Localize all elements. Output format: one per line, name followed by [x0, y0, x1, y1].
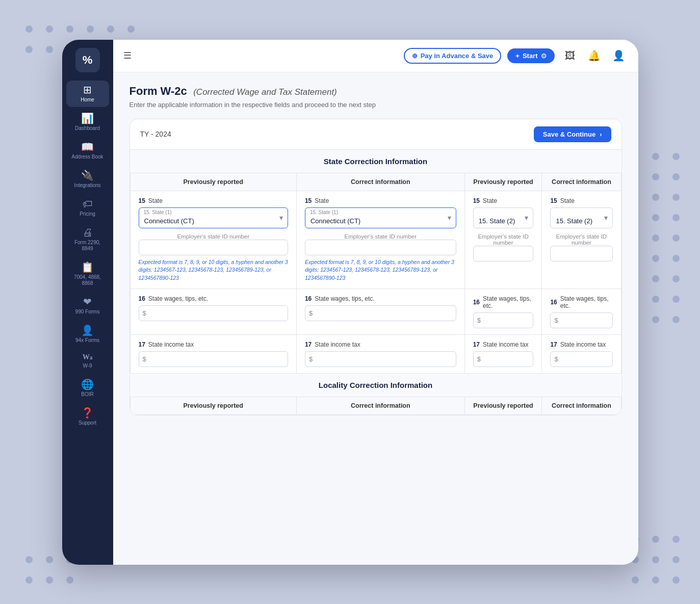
field15-prev-reported-2: 15 State 15. State (2) ▾ Employer's sta [464, 191, 542, 288]
dollar-sign-17-3: $ [477, 355, 481, 363]
state-section-header: State Correction Information [130, 150, 621, 173]
employer-state-id-input-wrapper-2 [305, 240, 456, 255]
sidebar-item-boir[interactable]: 🌐 BOIR [66, 375, 109, 402]
employer-state-id-input-1[interactable] [139, 240, 288, 255]
state-id-hint-2: Expected format is 7, 8, 9, or 10 digits… [305, 258, 456, 282]
employer-state-id-label-1: Employer's state ID number [139, 233, 288, 240]
field16-name-1: State wages, tips, etc. [148, 295, 208, 302]
sidebar-item-form2290[interactable]: 🖨 Form 2290, 8849 [66, 223, 109, 256]
form-card: TY - 2024 Save & Continue › State Correc… [129, 119, 622, 415]
state1-prev-select-label: 15. State (1) [144, 209, 172, 215]
field17-input-1[interactable] [139, 351, 288, 367]
integrations-icon: 🔌 [81, 170, 94, 180]
employer-state-id-input-2[interactable] [305, 240, 456, 255]
col-header-prev-reported-1: Previously reported [130, 173, 296, 191]
sidebar-label-support: Support [79, 420, 96, 426]
dollar-sign-3: $ [477, 317, 481, 324]
user-image-icon: 🖼 [565, 50, 575, 62]
sidebar-item-home[interactable]: ⊞ Home [66, 81, 109, 107]
locality-header-row: Locality Correction Information [130, 373, 621, 397]
field16-input-3[interactable] [473, 312, 534, 328]
field17-name-3: State income tax [483, 341, 528, 348]
sidebar-item-94x[interactable]: 👤 94x Forms [66, 321, 109, 348]
field15-num-1: 15 [139, 197, 145, 204]
field17-prev-1: 17 State income tax $ [130, 334, 296, 373]
field16-prev-1: 16 State wages, tips, etc. $ [130, 288, 296, 334]
dollar-sign-17-4: $ [554, 355, 558, 363]
field17-name-4: State income tax [560, 341, 606, 348]
locality-column-headers: Previously reported Correct information … [130, 397, 621, 414]
locality-col-header-prev-2: Previously reported [464, 397, 542, 414]
sidebar-item-w9[interactable]: W₂ W-9 [66, 350, 109, 373]
field17-prev-2: 17 State income tax $ [464, 334, 542, 373]
save-continue-button[interactable]: Save & Continue › [534, 126, 611, 142]
pay-advance-button[interactable]: ⊕ Pay in Advance & Save [404, 48, 502, 64]
start-button[interactable]: + Start ⊙ [507, 48, 554, 63]
employer-state-id-input-4[interactable] [550, 246, 612, 261]
field17-input-2[interactable] [305, 351, 456, 367]
sidebar-item-integrations[interactable]: 🔌 Integrations [66, 166, 109, 193]
field17-num-3: 17 [473, 341, 480, 348]
dollar-sign-17-2: $ [309, 355, 313, 363]
main-content: ☰ ⊕ Pay in Advance & Save + Start ⊙ 🖼 🔔 … [113, 40, 638, 565]
profile-button[interactable]: 👤 [610, 46, 628, 65]
employer-state-id-label-4: Employer's state ID number [550, 233, 612, 246]
state1-correct-select-label: 15. State (1) [310, 209, 338, 215]
sidebar-item-990forms[interactable]: ❤ 990 Forms [66, 293, 109, 319]
app-logo[interactable]: % [75, 48, 100, 72]
dollar-sign-2: $ [309, 309, 313, 317]
field17-correct-2: 17 State income tax $ [542, 334, 621, 373]
dollar-sign-17-1: $ [143, 355, 146, 363]
dollar-sign-4: $ [554, 317, 558, 324]
locality-col-header-correct-1: Correct information [296, 397, 464, 414]
state2-correct-select[interactable]: 15. State (2) [550, 207, 612, 228]
field16-input-1[interactable] [139, 305, 288, 321]
sidebar-label-990forms: 990 Forms [75, 309, 100, 315]
field16-name-3: State wages, tips, etc. [483, 295, 533, 309]
field16-input-4[interactable] [550, 312, 612, 328]
col-header-correct-info-1: Correct information [296, 173, 464, 191]
sidebar-label-address-book: Address Book [71, 154, 103, 160]
pricing-icon: 🏷 [83, 199, 93, 209]
top-navigation: ☰ ⊕ Pay in Advance & Save + Start ⊙ 🖼 🔔 … [113, 40, 638, 72]
field16-input-wrapper-2: $ [305, 305, 456, 321]
employer-state-id-input-3[interactable] [473, 246, 534, 261]
field15-name-2: State [315, 197, 329, 204]
menu-icon[interactable]: ☰ [123, 50, 132, 61]
field15-name-1: State [148, 197, 163, 204]
ty-label: TY - 2024 [140, 130, 171, 138]
field16-num-3: 16 [473, 299, 480, 306]
field15-num-3: 15 [473, 197, 480, 204]
field16-name-2: State wages, tips, etc. [315, 295, 374, 302]
sidebar: % ⊞ Home 📊 Dashboard 📖 Address Book 🔌 In… [62, 40, 113, 565]
sidebar-label-7004: 7004, 4868, 8868 [68, 274, 107, 286]
save-continue-arrow-icon: › [600, 130, 602, 138]
sidebar-item-7004[interactable]: 📋 7004, 4868, 8868 [66, 258, 109, 291]
state2-prev-select[interactable]: 15. State (2) [473, 207, 534, 228]
dollar-sign-1: $ [143, 309, 146, 317]
field17-label-2: 17 State income tax [305, 341, 456, 348]
field17-input-3[interactable] [473, 351, 534, 367]
field17-input-4[interactable] [550, 351, 612, 367]
pay-advance-label: Pay in Advance & Save [421, 52, 494, 60]
state1-correct-select-wrapper: 15. State (1) Connecticut (CT) ▾ [305, 207, 456, 228]
field16-input-2[interactable] [305, 305, 456, 321]
notification-button[interactable]: 🔔 [585, 46, 604, 65]
field17-name-1: State income tax [148, 341, 194, 348]
field16-label-1: 16 State wages, tips, etc. [139, 295, 288, 302]
user-image-button[interactable]: 🖼 [561, 46, 579, 65]
field17-num-4: 17 [550, 341, 557, 348]
field17-input-wrapper-1: $ [139, 351, 288, 367]
sidebar-item-address-book[interactable]: 📖 Address Book [66, 138, 109, 164]
w9-icon: W₂ [83, 354, 93, 361]
sidebar-item-dashboard[interactable]: 📊 Dashboard [66, 109, 109, 136]
logo-icon: % [83, 54, 93, 67]
sidebar-item-support[interactable]: ❓ Support [66, 404, 109, 430]
sidebar-item-pricing[interactable]: 🏷 Pricing [66, 195, 109, 221]
app-card: % ⊞ Home 📊 Dashboard 📖 Address Book 🔌 In… [62, 40, 638, 565]
field16-num-4: 16 [550, 299, 557, 306]
field16-correct-1: 16 State wages, tips, etc. $ [296, 288, 464, 334]
field15-num-2: 15 [305, 197, 312, 204]
locality-col-header-correct-2: Correct information [542, 397, 621, 414]
sidebar-label-dashboard: Dashboard [75, 125, 100, 132]
